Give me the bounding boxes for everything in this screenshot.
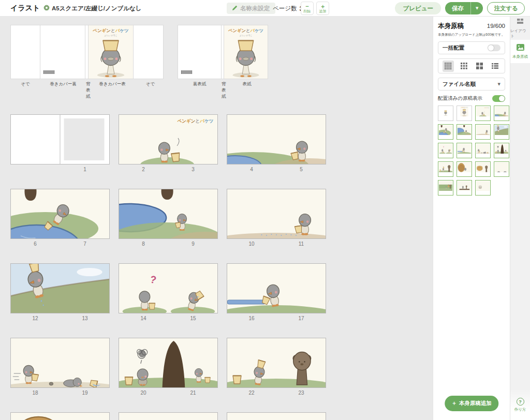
jacket-spread-group: ペンギンとバケツよしい ひでこ そで巻きカバー裏背表紙巻きカバー表そで — [10, 25, 166, 100]
spread-block: 67 — [10, 189, 110, 248]
sort-order-select[interactable]: ファイル名順 ▼ — [438, 78, 505, 91]
order-button[interactable]: 注文する — [487, 2, 525, 14]
manuscript-thumb[interactable] — [494, 143, 509, 158]
add-pages-button[interactable]: ＋ 追加 — [316, 2, 329, 15]
spread[interactable] — [227, 412, 326, 420]
manuscript-thumb[interactable] — [457, 161, 472, 177]
manuscript-thumb[interactable]: ? — [438, 143, 453, 158]
book-format-setting[interactable]: A5スクエア/左綴じ/ノンブルなし — [43, 0, 142, 17]
page-number: 11 — [276, 241, 326, 247]
image-icon — [517, 43, 524, 53]
cover-panel-barcode[interactable] — [178, 25, 222, 79]
cover-panel-label: そで — [135, 81, 166, 100]
manuscript-thumb[interactable] — [494, 161, 509, 177]
manuscript-thumb[interactable] — [438, 106, 453, 121]
size-medium-grid-icon[interactable] — [458, 61, 469, 72]
manuscript-thumb[interactable]: ペンギンとバケツよしい ひでこ — [457, 106, 472, 121]
spread-block: ?1415 — [119, 263, 218, 323]
rail-tab-layout[interactable]: レイアウト — [510, 17, 530, 40]
manuscript-thumb[interactable]: ペンギンとバケツ — [475, 106, 491, 121]
delete-pages-button[interactable]: − 削除 — [301, 2, 314, 15]
page-number: 13 — [60, 316, 110, 321]
spread[interactable] — [119, 412, 218, 420]
spread[interactable] — [119, 189, 218, 239]
page-numbers: 89 — [119, 239, 218, 248]
page-numbers: 1 — [10, 164, 110, 174]
bulk-place-toggle[interactable] — [488, 44, 500, 51]
page-number: 9 — [168, 241, 218, 247]
project-name-label: 名称未設定 — [240, 5, 270, 12]
layout-icon — [517, 18, 524, 27]
manuscript-thumb[interactable] — [438, 124, 453, 140]
right-rail: レイアウト本身原稿 ? 作り方 — [510, 17, 530, 420]
project-name-button[interactable]: 名称未設定 — [227, 3, 275, 14]
thumbnail-size-selector — [438, 58, 505, 73]
spread[interactable] — [10, 412, 110, 420]
minus-icon: − — [305, 4, 308, 9]
spread[interactable] — [10, 263, 110, 313]
manuscript-thumb[interactable] — [438, 161, 453, 177]
how-to-button[interactable]: ? 作り方 — [510, 390, 530, 420]
manuscript-thumb[interactable] — [494, 106, 509, 121]
spread[interactable]: ペンギンとバケツ — [119, 114, 218, 164]
manuscript-thumb[interactable] — [475, 143, 491, 158]
placed-visibility-label: 配置済みの原稿表示 — [438, 95, 482, 102]
spread[interactable] — [10, 114, 110, 164]
spread-block: 45 — [227, 114, 326, 174]
spread[interactable] — [10, 338, 110, 388]
cover-panel-blank[interactable] — [133, 25, 164, 79]
cover-panel-barcode[interactable] — [40, 25, 85, 79]
manuscript-thumb[interactable] — [494, 124, 509, 140]
manuscript-thumb[interactable] — [457, 143, 472, 158]
cover-spread-group: ペンギンとバケツよしい ひでこ 裏表紙背表紙表紙 — [178, 25, 269, 100]
bulk-place-label: 一括配置 — [443, 44, 464, 52]
manuscript-thumb[interactable] — [475, 124, 491, 140]
spread[interactable] — [227, 189, 326, 239]
manuscript-thumb[interactable] — [457, 180, 472, 196]
upload-limit-caption: 本身原稿のアップロード上限は600枚です。 — [438, 33, 505, 37]
cover-panel-art[interactable]: ペンギンとバケツよしい ひでこ — [224, 25, 268, 79]
spread[interactable] — [227, 114, 326, 164]
size-small-grid-icon[interactable] — [443, 61, 454, 72]
cover-spreads: ペンギンとバケツよしい ひでこ そで巻きカバー裏背表紙巻きカバー表そで ペンギン… — [10, 25, 433, 100]
add-manuscript-label: 本身原稿追加 — [459, 400, 492, 407]
size-list-icon[interactable] — [489, 61, 500, 72]
add-manuscript-button[interactable]: ＋ 本身原稿追加 — [445, 396, 498, 411]
topbar-actions: プレビュー 保存 ▼ 注文する — [395, 2, 525, 14]
spread-block: 1617 — [227, 263, 326, 323]
size-large-grid-icon[interactable] — [474, 61, 485, 72]
rail-tab-manuscript[interactable]: 本身原稿 — [510, 40, 530, 63]
save-label[interactable]: 保存 — [445, 5, 470, 12]
manuscript-thumb[interactable] — [475, 161, 491, 177]
spread[interactable] — [119, 338, 218, 388]
spread[interactable]: ? — [119, 263, 218, 313]
manuscript-thumb[interactable] — [457, 124, 472, 140]
manuscript-thumb[interactable] — [438, 180, 453, 196]
page-number: 14 — [119, 316, 168, 321]
page-number: 2 — [119, 167, 168, 172]
spread[interactable] — [227, 338, 326, 388]
svg-text:ペンギンとバケツ: ペンギンとバケツ — [228, 28, 263, 33]
placed-visibility-toggle[interactable] — [492, 95, 505, 102]
page-number: 1 — [60, 167, 110, 172]
preview-button[interactable]: プレビュー — [395, 2, 441, 14]
page-number: 17 — [276, 316, 326, 321]
delete-pages-label: 削除 — [304, 9, 311, 13]
manuscript-thumb[interactable] — [475, 180, 491, 196]
page-number: 15 — [168, 316, 218, 321]
save-dropdown-caret[interactable]: ▼ — [470, 2, 483, 14]
cover-panel-label: 裏表紙 — [178, 81, 222, 100]
svg-text:ペンギンとバケツ: ペンギンとバケツ — [176, 118, 213, 124]
cover-panel-blank[interactable] — [10, 25, 40, 79]
spread[interactable] — [227, 263, 326, 313]
spread-block — [227, 412, 326, 420]
spread-block — [119, 412, 218, 420]
bulk-place-row: 一括配置 — [438, 41, 505, 54]
save-button[interactable]: 保存 ▼ — [445, 2, 483, 14]
plus-icon: ＋ — [451, 400, 457, 407]
cover-panel-art[interactable]: ペンギンとバケツよしい ひでこ — [88, 25, 134, 79]
sort-order-value: ファイル名順 — [443, 81, 476, 88]
page-number: 20 — [119, 390, 168, 396]
spread[interactable] — [10, 189, 110, 239]
page-numbers: 67 — [10, 239, 110, 248]
